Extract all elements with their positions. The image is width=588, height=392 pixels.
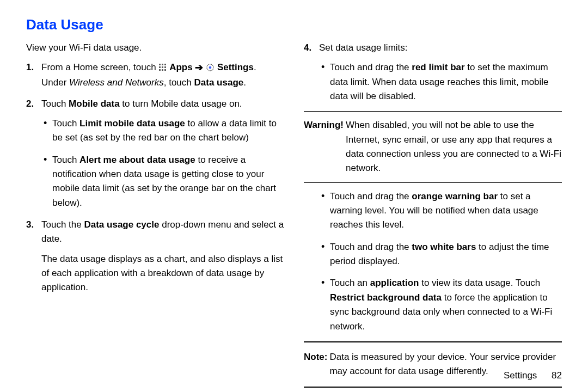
step-marker: 3. bbox=[26, 218, 34, 232]
steps-list-right: 4. Set data usage limits: Touch and drag… bbox=[304, 41, 562, 103]
step-4: 4. Set data usage limits: Touch and drag… bbox=[304, 41, 562, 103]
step2-bullets: Touch Limit mobile data usage to allow a… bbox=[41, 117, 284, 210]
step1-line2: Under Wireless and Networks, touch Data … bbox=[41, 77, 246, 88]
step-marker: 1. bbox=[26, 60, 34, 75]
step4-bullets-top: Touch and drag the red limit bar to set … bbox=[319, 60, 562, 103]
svg-point-1 bbox=[209, 66, 212, 69]
step-marker: 2. bbox=[26, 97, 34, 111]
list-item: Touch and drag the red limit bar to set … bbox=[321, 60, 562, 103]
list-item: Touch Limit mobile data usage to allow a… bbox=[44, 117, 284, 145]
list-item: Touch and drag the two white bars to adj… bbox=[321, 240, 562, 269]
step4-continued: Touch and drag the orange warning bar to… bbox=[319, 189, 562, 334]
warning-label: Warning! bbox=[304, 118, 344, 175]
divider bbox=[304, 182, 562, 183]
divider-thick bbox=[304, 341, 562, 342]
warning-text: When disabled, you will not be able to u… bbox=[346, 118, 562, 175]
step-2: 2. Touch Mobile data to turn Mobile data… bbox=[26, 97, 284, 210]
divider bbox=[304, 111, 562, 112]
note-label: Note: bbox=[304, 350, 327, 379]
apps-icon bbox=[158, 63, 167, 71]
two-column-body: View your Wi-Fi data usage. 1. From a Ho… bbox=[26, 41, 562, 392]
arrow-icon: ➔ bbox=[195, 62, 203, 73]
warning-callout: Warning! When disabled, you will not be … bbox=[304, 118, 562, 175]
apps-label: Apps bbox=[169, 62, 193, 72]
settings-label: Settings bbox=[217, 62, 254, 72]
steps-list-left: 1. From a Home screen, touch Apps ➔ Sett… bbox=[26, 60, 284, 295]
footer-section: Settings bbox=[504, 370, 537, 381]
settings-icon bbox=[206, 63, 215, 72]
footer-page-number: 82 bbox=[552, 370, 562, 381]
page-title: Data Usage bbox=[26, 16, 562, 33]
list-item: Touch Alert me about data usage to recei… bbox=[44, 153, 284, 210]
right-column: 4. Set data usage limits: Touch and drag… bbox=[304, 41, 562, 392]
step-3: 3. Touch the Data usage cycle drop-down … bbox=[26, 218, 284, 295]
step3-paragraph: The data usage displays as a chart, and … bbox=[41, 252, 284, 295]
intro-text: View your Wi-Fi data usage. bbox=[26, 41, 284, 55]
left-column: View your Wi-Fi data usage. 1. From a Ho… bbox=[26, 41, 284, 392]
page-footer: Settings 82 bbox=[504, 370, 562, 381]
step-1: 1. From a Home screen, touch Apps ➔ Sett… bbox=[26, 60, 284, 90]
step1-line1: From a Home screen, touch Apps ➔ Setting… bbox=[41, 62, 256, 72]
list-item: Touch an application to view its data us… bbox=[321, 276, 562, 333]
list-item: Touch and drag the orange warning bar to… bbox=[321, 189, 562, 232]
divider-thick bbox=[304, 387, 562, 388]
step4-bullets-bottom: Touch and drag the orange warning bar to… bbox=[319, 189, 562, 334]
step-marker: 4. bbox=[304, 41, 311, 55]
document-page: Data Usage View your Wi-Fi data usage. 1… bbox=[0, 0, 588, 392]
